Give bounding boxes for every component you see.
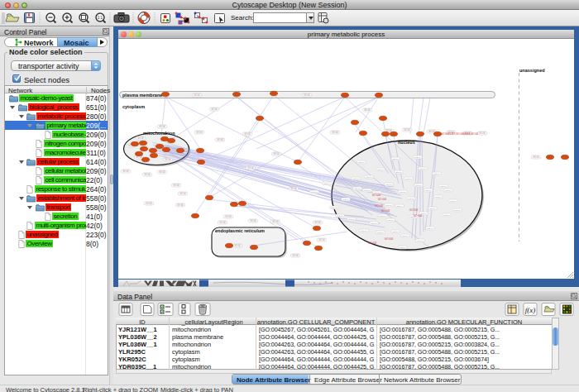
svg-text:GO:04: GO:04 [331,207,337,209]
svg-text:GO:04: GO:04 [219,221,226,224]
svg-text:f(x): f(x) [525,306,536,314]
svg-text:GO:044: GO:044 [414,214,423,218]
svg-text:GO:04: GO:04 [179,192,186,195]
svg-text:GO:04: GO:04 [159,170,165,174]
svg-text:GO:04: GO:04 [348,218,355,221]
svg-text:GO:04: GO:04 [247,166,254,170]
svg-text:GO:04: GO:04 [311,191,318,194]
svg-text:GO:04: GO:04 [395,171,402,174]
svg-text:cytoplasm: cytoplasm [122,104,145,109]
svg-text:GO:04: GO:04 [414,156,421,159]
svg-text:GO:04: GO:04 [433,173,440,175]
svg-text:GO:044: GO:044 [385,237,394,241]
svg-text:GO:04: GO:04 [425,189,432,192]
svg-text:GO:04: GO:04 [387,219,394,222]
svg-text:GO:04: GO:04 [290,187,297,190]
svg-text:GO:04: GO:04 [272,220,279,223]
svg-text:GO:04: GO:04 [392,231,399,233]
svg-text:GO:04: GO:04 [292,254,299,257]
svg-text:GO:04: GO:04 [408,198,414,200]
svg-text:unassigned: unassigned [519,68,545,73]
svg-text:GO:044: GO:044 [381,209,390,213]
svg-text:GO:04: GO:04 [217,138,223,141]
svg-text:GO:04: GO:04 [122,170,129,173]
svg-text:GO:04: GO:04 [337,215,343,218]
svg-text:GO:04: GO:04 [427,227,433,230]
svg-text:mitochondrion: mitochondrion [143,131,175,136]
svg-text:GO:04: GO:04 [146,202,152,205]
svg-text:GO:04: GO:04 [440,185,447,188]
svg-text:nucleus: nucleus [398,140,415,145]
svg-text:GO:044: GO:044 [368,241,377,245]
svg-text:endoplasmic reticulum: endoplasmic reticulum [215,228,265,233]
svg-text:GO:04: GO:04 [415,184,422,187]
svg-text:GO:04: GO:04 [385,204,392,207]
svg-text:GO:04: GO:04 [419,168,426,170]
svg-text:GO:04: GO:04 [380,215,386,218]
svg-text:GO:04: GO:04 [323,183,330,185]
svg-text:GO:04: GO:04 [225,215,232,218]
svg-text:GO:04: GO:04 [173,184,179,187]
svg-text:GO:04: GO:04 [417,240,423,242]
svg-text:GO:04: GO:04 [194,93,200,97]
svg-text:plasma membrane: plasma membrane [122,93,162,98]
svg-text:GO:044: GO:044 [378,198,387,201]
svg-text:GO:04: GO:04 [144,173,151,176]
svg-text:GO:04: GO:04 [177,203,184,207]
svg-text:GO:04: GO:04 [454,209,461,212]
svg-text:GO:04: GO:04 [273,152,280,155]
svg-text:GO:0045267,GO:0044464,GO:44: GO:0045267,GO:0044464,GO:44 [441,132,478,136]
svg-text:GO:04: GO:04 [304,93,310,97]
svg-text:GO:04: GO:04 [196,131,203,134]
svg-text:GO:044: GO:044 [372,194,381,197]
svg-text:GO:04: GO:04 [479,131,486,135]
svg-text:GO:04: GO:04 [402,235,409,237]
svg-text:GO:04: GO:04 [405,178,412,180]
svg-text:GO:04: GO:04 [450,200,457,203]
svg-text:GO:04: GO:04 [404,128,410,131]
svg-text:GO:04: GO:04 [445,189,452,192]
svg-text:GO:04: GO:04 [361,230,367,232]
svg-text:GO:04: GO:04 [443,214,450,217]
svg-text:GO:04: GO:04 [137,136,144,140]
svg-text:GO:04: GO:04 [533,155,539,159]
svg-text:GO:04: GO:04 [377,232,384,234]
svg-text:GO:04: GO:04 [358,161,365,164]
svg-text:GO:04: GO:04 [332,131,338,134]
svg-text:GO:04: GO:04 [385,184,392,186]
svg-text:GO:04: GO:04 [429,208,436,210]
svg-text:GO:04: GO:04 [318,238,325,241]
svg-text:GO:04: GO:04 [342,198,349,201]
svg-text:GO:04: GO:04 [396,205,403,208]
svg-text:GO:04: GO:04 [371,222,377,225]
svg-text:GO:04: GO:04 [234,244,241,247]
svg-text:GO:04: GO:04 [244,132,251,136]
svg-text:GO:04: GO:04 [366,176,372,179]
svg-text:GO:04: GO:04 [377,169,384,171]
svg-text:GO:04: GO:04 [435,196,442,198]
svg-text:GO:04: GO:04 [352,178,359,180]
svg-text:GO:04: GO:04 [165,158,171,161]
svg-text:GO:04: GO:04 [364,108,371,112]
svg-text:GO:04: GO:04 [400,246,406,249]
svg-text:GO:04: GO:04 [400,191,406,194]
svg-text:GO:044: GO:044 [409,208,419,212]
svg-text:GO:04: GO:04 [392,158,399,160]
svg-text:GO:04: GO:04 [211,108,218,111]
svg-text:GO:04: GO:04 [250,219,256,222]
svg-text:GO:04: GO:04 [364,189,371,192]
svg-text:GO:04: GO:04 [314,221,321,224]
svg-text:GO:04: GO:04 [159,125,165,128]
svg-text:GO:044: GO:044 [375,204,384,208]
svg-text:1:1: 1:1 [98,16,103,20]
svg-text:GO:04: GO:04 [354,188,361,190]
